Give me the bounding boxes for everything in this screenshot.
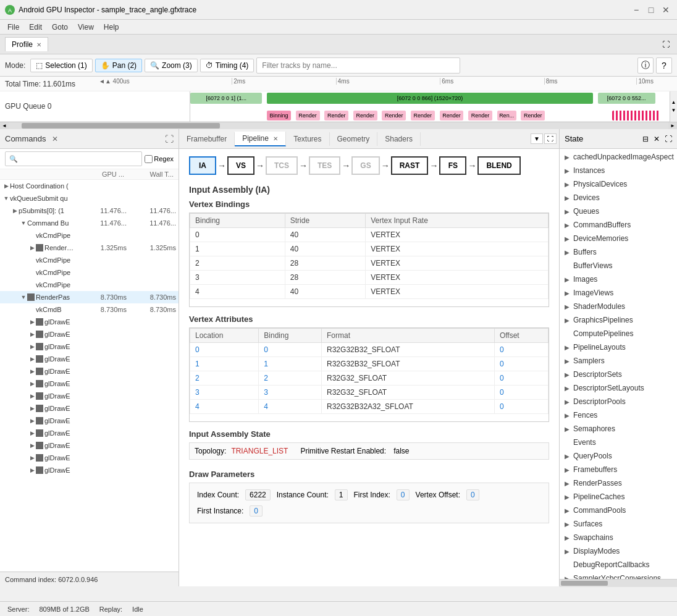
tree-item[interactable]: ▶glDrawE (0, 316, 179, 328)
stage-tcs[interactable]: TCS (266, 156, 298, 175)
state-expand-arrow[interactable]: ▶ (565, 181, 573, 188)
window-maximize-btn[interactable]: ⛶ (660, 38, 672, 51)
state-tree-item[interactable]: ▶Swapchains (560, 531, 677, 544)
regex-checkbox[interactable] (145, 155, 153, 163)
state-expand-arrow[interactable]: ▶ (565, 235, 573, 242)
state-tree-item[interactable]: ▶PipelineLayouts (560, 340, 677, 354)
state-tree-item[interactable]: ComputePipelines (560, 327, 677, 340)
state-expand-btn[interactable]: ⛶ (665, 135, 672, 143)
state-expand-arrow[interactable]: ▶ (565, 371, 573, 378)
vertex-binding-row[interactable]: 040VERTEX (190, 228, 549, 242)
state-tree-item[interactable]: ▶Surfaces (560, 517, 677, 531)
state-expand-arrow[interactable]: ▶ (565, 290, 573, 297)
track-block-1[interactable]: [6072 0 0 1] (1... (190, 93, 262, 104)
tree-item[interactable]: ▶glDrawE (0, 390, 179, 402)
tree-expand-icon[interactable]: ▼ (20, 220, 27, 226)
state-tree-item[interactable]: ▶ImageViews (560, 286, 677, 300)
state-expand-arrow[interactable]: ▶ (565, 453, 573, 460)
tree-item[interactable]: ▶glDrawE (0, 340, 179, 353)
vertex-binding-row[interactable]: 328VERTEX (190, 271, 549, 285)
vertex-attr-row[interactable]: 33R32G32_SFLOAT0 (190, 386, 549, 400)
state-tree-item[interactable]: ▶Fences (560, 408, 677, 422)
vertex-attr-row[interactable]: 44R32G32B32A32_SFLOAT0 (190, 400, 549, 414)
vertex-binding-row[interactable]: 140VERTEX (190, 242, 549, 256)
commands-search[interactable] (5, 151, 142, 166)
state-tree-item[interactable]: ▶DeviceMemories (560, 232, 677, 245)
maximize-btn[interactable]: □ (645, 4, 657, 16)
state-tree-item[interactable]: ▶QueryPools (560, 449, 677, 463)
scroll-left-btn[interactable]: ◄ (0, 122, 9, 129)
profile-tab-close[interactable]: ✕ (36, 41, 41, 48)
vertex-binding-row[interactable]: 228VERTEX (190, 256, 549, 271)
state-tree[interactable]: ▶cachedUnpackedImageAspect▶Instances▶Phy… (560, 149, 677, 579)
tab-geometry[interactable]: Geometry (330, 132, 378, 146)
state-expand-arrow[interactable]: ▶ (565, 208, 573, 215)
state-expand-arrow[interactable]: ▶ (565, 521, 573, 528)
render-7[interactable]: Render (468, 111, 492, 120)
timeline-tracks[interactable]: [6072 0 0 1] (1... [6072 0 0 866] (1520×… (190, 91, 670, 122)
state-collapse-btn[interactable]: ⊟ (642, 135, 649, 143)
tree-expand-icon[interactable]: ▶ (28, 356, 36, 362)
tab-framebuffer[interactable]: Framebuffer (179, 132, 235, 146)
timing-btn[interactable]: ⏱ Timing (4) (200, 59, 254, 72)
state-expand-arrow[interactable]: ▶ (565, 303, 573, 310)
commands-close-btn[interactable]: ✕ (52, 135, 58, 143)
minimize-btn[interactable]: − (630, 4, 642, 16)
state-expand-arrow[interactable]: ▶ (565, 548, 573, 555)
tree-expand-icon[interactable]: ▶ (28, 467, 36, 473)
pipeline-fullscreen-btn[interactable]: ⛶ (544, 133, 557, 144)
tree-item[interactable]: ▶glDrawE (0, 365, 179, 378)
state-expand-arrow[interactable]: ▶ (565, 412, 573, 419)
state-expand-arrow[interactable]: ▶ (565, 167, 573, 174)
state-tree-item[interactable]: ▶DisplayModes (560, 544, 677, 558)
help-btn[interactable]: ? (656, 57, 672, 74)
state-expand-arrow[interactable]: ▶ (565, 154, 573, 161)
scroll-thumb[interactable] (22, 123, 219, 129)
state-tree-item[interactable]: ▶Devices (560, 191, 677, 205)
tree-expand-icon[interactable]: ▶ (28, 368, 36, 374)
tree-item[interactable]: ▶glDrawE (0, 378, 179, 390)
zoom-btn[interactable]: 🔍 Zoom (3) (145, 59, 198, 72)
state-tree-item[interactable]: ▶CommandBuffers (560, 218, 677, 232)
tree-expand-icon[interactable]: ▶ (28, 245, 36, 251)
state-expand-arrow[interactable]: ▶ (565, 507, 573, 514)
render-2[interactable]: Render (324, 111, 348, 120)
menu-help[interactable]: Help (99, 22, 124, 33)
scroll-track[interactable] (9, 122, 668, 129)
tree-item[interactable]: ▶glDrawE (0, 415, 179, 427)
state-tree-item[interactable]: ▶DescriptorPools (560, 395, 677, 408)
tree-item[interactable]: ▶glDrawE (0, 353, 179, 365)
state-tree-item[interactable]: ▶GraphicsPipelines (560, 313, 677, 327)
state-tree-item[interactable]: ▶PhysicalDevices (560, 177, 677, 191)
pipeline-expand-btn[interactable]: ▼ (531, 133, 543, 144)
render-1[interactable]: Render (296, 111, 320, 120)
tree-item[interactable]: ▶glDrawE (0, 439, 179, 452)
state-tree-item[interactable]: ▶cachedUnpackedImageAspect (560, 150, 677, 164)
state-tree-item[interactable]: BufferViews (560, 259, 677, 272)
state-close-btn[interactable]: ✕ (654, 135, 660, 143)
state-scrollbar[interactable] (560, 579, 677, 586)
state-tree-item[interactable]: ▶Semaphores (560, 422, 677, 436)
state-expand-arrow[interactable]: ▶ (565, 317, 573, 324)
tree-expand-icon[interactable]: ▶ (2, 183, 10, 189)
tab-pipeline[interactable]: Pipeline ✕ (235, 132, 286, 146)
track-block-2[interactable]: [6072 0 0 866] (1520×720) (267, 93, 593, 104)
tree-item[interactable]: ▶pSubmits[0]: (111.476...11.476... (0, 205, 179, 217)
state-expand-arrow[interactable]: ▶ (565, 399, 573, 405)
state-expand-arrow[interactable]: ▶ (565, 534, 573, 541)
state-expand-arrow[interactable]: ▶ (565, 480, 573, 487)
tree-item[interactable]: vkCmdPipe (0, 229, 179, 242)
timeline-scroll-right[interactable]: ▲ ▼ (670, 91, 677, 122)
info-btn[interactable]: ⓘ (637, 57, 654, 74)
vertex-binding-row[interactable]: 440VERTEX (190, 285, 549, 299)
tree-item[interactable]: vkCmdB8.730ms8.730ms (0, 303, 179, 316)
tree-expand-icon[interactable]: ▶ (28, 331, 36, 337)
profile-tab[interactable]: Profile ✕ (5, 37, 48, 51)
state-tree-item[interactable]: ▶Queues (560, 205, 677, 218)
tree-expand-icon[interactable]: ▶ (28, 405, 36, 411)
vertex-attr-row[interactable]: 11R32G32B32_SFLOAT0 (190, 357, 549, 371)
state-tree-item[interactable]: ▶PipelineCaches (560, 490, 677, 504)
state-expand-arrow[interactable]: ▶ (565, 385, 573, 392)
state-tree-item[interactable]: ▶Buffers (560, 245, 677, 259)
menu-edit[interactable]: Edit (24, 22, 47, 33)
